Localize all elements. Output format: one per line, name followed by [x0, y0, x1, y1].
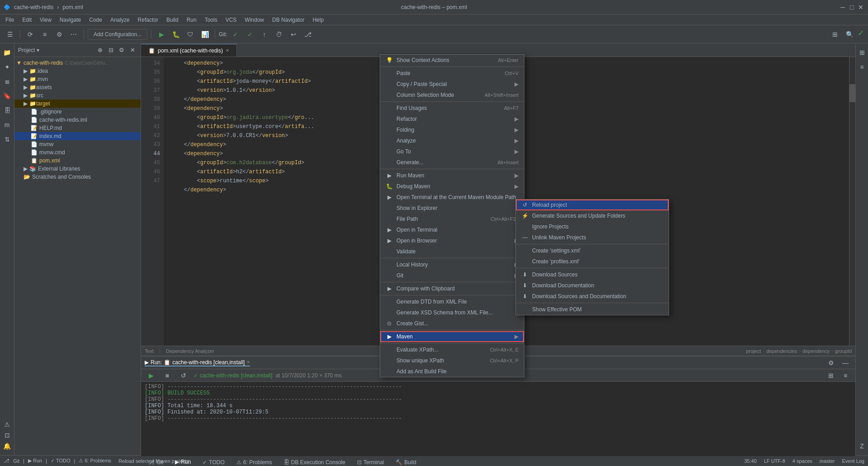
- ctx-compare-clipboard[interactable]: ▶ Compare with Clipboard: [380, 283, 524, 294]
- run-rerun-btn[interactable]: ↺: [177, 369, 190, 382]
- status-spaces[interactable]: 4 spaces: [793, 458, 812, 464]
- sub-ignore-projects[interactable]: Ignore Projects: [516, 221, 669, 232]
- status-todo-label[interactable]: ✓ TODO: [51, 458, 70, 464]
- status-problems-label[interactable]: ⚠ 6: Problems: [79, 458, 111, 464]
- ctx-analyze[interactable]: Analyze ▶: [380, 135, 524, 146]
- ctx-find-usages[interactable]: Find Usages Alt+F7: [380, 103, 524, 114]
- right-icon-bottom[interactable]: Z: [857, 441, 868, 452]
- menu-window[interactable]: Window: [241, 16, 268, 24]
- menu-refactor[interactable]: Refactor: [134, 16, 162, 24]
- breadcrumb-dependency[interactable]: dependency: [802, 348, 830, 354]
- close-button[interactable]: ✕: [857, 4, 864, 11]
- run-tab-close[interactable]: ✕: [246, 360, 250, 365]
- menu-vcs[interactable]: VCS: [222, 16, 241, 24]
- menu-help[interactable]: Help: [309, 16, 327, 24]
- db-icon[interactable]: 🗄: [2, 105, 13, 116]
- tree-item-mvnwcmd[interactable]: 📄 mvnw.cmd: [14, 148, 141, 157]
- coverage-button[interactable]: 🛡: [184, 28, 197, 41]
- tree-root[interactable]: ▼ cache-with-redis C:\Data\Code\GitHu...: [14, 59, 141, 67]
- ctx-open-terminal[interactable]: ▶ Open in Terminal: [380, 224, 524, 235]
- run-stop-btn[interactable]: ■: [161, 369, 174, 382]
- right-icon-2[interactable]: ≡: [857, 62, 868, 72]
- search-everywhere-btn[interactable]: 🔍: [843, 28, 856, 41]
- sub-create-profiles[interactable]: Create 'profiles.xml': [516, 256, 669, 267]
- tree-item-mvn[interactable]: ▶ 📁 .mvn: [14, 75, 141, 83]
- ctx-maven[interactable]: ▶ Maven ▶: [380, 331, 524, 342]
- minimize-button[interactable]: ─: [839, 4, 846, 11]
- status-encoding[interactable]: LF UTF-8: [764, 458, 785, 464]
- toolbar-menu-btn[interactable]: ☰: [4, 28, 16, 41]
- breadcrumb-dependencies[interactable]: dependencies: [766, 348, 797, 354]
- ctx-column-selection[interactable]: Column Selection Mode Alt+Shift+Insert: [380, 90, 524, 100]
- ctx-local-history[interactable]: Local History ▶: [380, 259, 524, 270]
- tree-item-iml[interactable]: 📄 cache-with-redis.iml: [14, 116, 141, 124]
- ctx-add-ant[interactable]: Add as Ant Build File: [380, 366, 524, 377]
- bottom-tab-db[interactable]: 🗄 DB Execution Console: [278, 457, 351, 466]
- panel-collapse-btn[interactable]: ⊟: [106, 46, 115, 55]
- menu-run[interactable]: Run: [183, 16, 200, 24]
- pull-requests-icon[interactable]: ⇅: [2, 134, 13, 145]
- ctx-show-explorer[interactable]: Show in Explorer: [380, 203, 524, 214]
- menu-build[interactable]: Build: [163, 16, 182, 24]
- bottom-tab-terminal[interactable]: ⊡ Terminal: [352, 457, 389, 466]
- editor-tab-pom[interactable]: 📋 pom.xml (cache-with-redis) ✕: [141, 44, 237, 57]
- sub-download-sources-docs[interactable]: ⬇ Download Sources and Documentation: [516, 291, 669, 302]
- bottom-tab-todo[interactable]: ✓ TODO: [197, 457, 230, 466]
- status-git-label[interactable]: Git: [13, 458, 19, 464]
- window-layout-btn[interactable]: ⊞: [829, 28, 841, 41]
- run-collapse-btn[interactable]: —: [839, 357, 852, 369]
- toolbar-sync-btn[interactable]: ⟳: [24, 28, 37, 41]
- status-branch[interactable]: master: [820, 458, 835, 464]
- menu-file[interactable]: File: [2, 16, 18, 24]
- commit-icon[interactable]: ✦: [2, 62, 13, 72]
- tree-item-index[interactable]: 📝 index.md: [14, 132, 141, 140]
- ctx-folding[interactable]: Folding ▶: [380, 124, 524, 135]
- panel-close-btn[interactable]: ✕: [128, 46, 137, 55]
- debug-button[interactable]: 🐛: [170, 28, 182, 41]
- git-commit-btn[interactable]: ✓: [244, 28, 256, 41]
- sub-unlink-maven[interactable]: — Unlink Maven Projects: [516, 232, 669, 243]
- toolbar-nav-btn[interactable]: ≡: [38, 28, 51, 41]
- run-tab[interactable]: ▶ Run: 📋 cache-with-redis [clean,install…: [145, 359, 250, 366]
- ctx-copy-paste-special[interactable]: Copy / Paste Special ▶: [380, 79, 524, 90]
- problems-icon[interactable]: ⚠: [2, 419, 13, 430]
- panel-settings-btn[interactable]: ⚙: [117, 46, 126, 55]
- tree-item-scratches[interactable]: 📂 Scratches and Consoles: [14, 173, 141, 181]
- run-settings-btn[interactable]: ⚙: [825, 357, 837, 369]
- run-filter-btn[interactable]: ⊞: [825, 369, 837, 382]
- profile-button[interactable]: 📊: [198, 28, 211, 41]
- toolbar-dots-btn[interactable]: ⋯: [67, 28, 80, 41]
- tab-text-tab[interactable]: Text: [145, 348, 154, 354]
- menu-view[interactable]: View: [36, 16, 55, 24]
- bottom-tab-problems[interactable]: ⚠ 6: Problems: [231, 457, 278, 466]
- ctx-paste[interactable]: Paste Ctrl+V: [380, 68, 524, 79]
- menu-db-navigator[interactable]: DB Navigator: [269, 16, 308, 24]
- ctx-show-context-actions[interactable]: 💡 Show Context Actions Alt+Enter: [380, 55, 524, 66]
- tree-item-extlibs[interactable]: ▶ 📚 External Libraries: [14, 165, 141, 173]
- run-wrap-btn[interactable]: ≡: [839, 369, 852, 382]
- right-icon-1[interactable]: ⊞: [857, 47, 868, 58]
- ctx-git[interactable]: Git ▶: [380, 270, 524, 281]
- ctx-refactor[interactable]: Refactor ▶: [380, 114, 524, 124]
- ctx-create-gist[interactable]: ⊙ Create Gist...: [380, 318, 524, 329]
- git-push-btn[interactable]: ↑: [258, 28, 271, 41]
- tree-item-help[interactable]: 📝 HELP.md: [14, 124, 141, 132]
- git-rollback-btn[interactable]: ↩: [287, 28, 300, 41]
- menu-code[interactable]: Code: [85, 16, 106, 24]
- ctx-generate[interactable]: Generate... Alt+Insert: [380, 157, 524, 168]
- ctx-open-browser[interactable]: ▶ Open in Browser ▶: [380, 235, 524, 246]
- sub-show-effective-pom[interactable]: Show Effective POM: [516, 304, 669, 315]
- run-button[interactable]: ▶: [155, 28, 168, 41]
- ctx-evaluate-xpath[interactable]: Evaluate XPath... Ctrl+Alt+X, E: [380, 344, 524, 355]
- vertical-scrollbar[interactable]: [849, 57, 855, 346]
- maven-icon[interactable]: m: [2, 119, 13, 130]
- tab-dependency-analyzer[interactable]: Dependency Analyzer: [166, 348, 214, 354]
- ctx-validate[interactable]: Validate: [380, 246, 524, 257]
- terminal-icon[interactable]: ⊡: [2, 430, 13, 441]
- menu-tools[interactable]: Tools: [201, 16, 221, 24]
- tree-item-mvnw[interactable]: 📄 mvnw: [14, 140, 141, 148]
- ctx-goto[interactable]: Go To ▶: [380, 146, 524, 157]
- sub-create-settings[interactable]: Create 'settings.xml': [516, 245, 669, 256]
- toolbar-settings-btn[interactable]: ⚙: [53, 28, 66, 41]
- project-icon[interactable]: 📁: [2, 47, 13, 58]
